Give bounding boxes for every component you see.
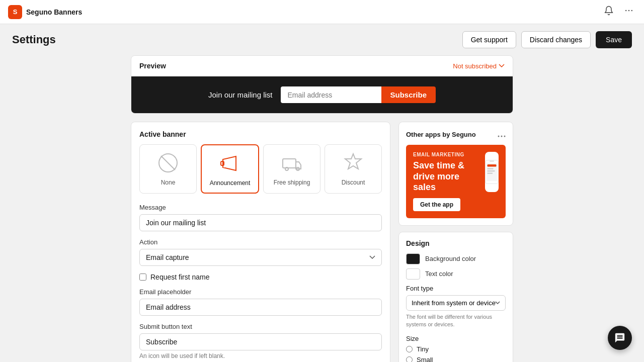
message-field-group: Message [139,204,382,231]
text-color-swatch[interactable] [406,268,420,280]
size-label: Size [406,335,506,342]
top-nav: S Seguno Banners [0,0,644,24]
banner-form: Subscribe [281,86,436,103]
promo-phone-image [485,152,499,192]
svg-rect-18 [487,168,493,169]
svg-point-8 [285,167,288,170]
main-content: Preview Not subscribed Join our mailing … [0,55,644,362]
svg-rect-19 [487,170,495,171]
banner-text: Join our mailing list [208,90,273,99]
design-title: Design [406,239,506,247]
get-support-button[interactable]: Get support [462,31,516,48]
svg-marker-10 [345,154,361,169]
promo-banner: EMAIL MARKETING Save time & drive more s… [406,145,506,218]
promo-text: EMAIL MARKETING Save time & drive more s… [413,152,481,211]
preview-card: Preview Not subscribed Join our mailing … [131,55,513,114]
none-icon [156,151,180,175]
header-actions: Get support Discard changes Save [462,31,632,48]
svg-rect-20 [487,173,493,174]
background-color-swatch[interactable] [406,253,420,264]
background-color-row: Background color [406,253,506,264]
discount-label: Discount [342,179,365,186]
promo-headline: Save time & drive more sales [413,160,481,193]
bell-icon[interactable] [602,4,616,20]
subscription-status-button[interactable]: Not subscribed [453,62,505,70]
free-shipping-label: Free shipping [274,179,310,186]
submit-btn-field-group: Submit button text An icon will be used … [139,323,382,359]
svg-point-2 [631,10,633,12]
svg-point-1 [628,10,630,12]
svg-point-11 [498,136,500,137]
right-panel: Other apps by Seguno EMAIL MARKETING Sav… [398,122,513,362]
svg-point-0 [625,10,627,12]
page-title: Settings [12,33,56,46]
promo-cta-button[interactable]: Get the app [413,198,460,211]
announcement-icon [218,151,242,175]
app-name: Seguno Banners [26,8,82,16]
banner-options: None Announcement [139,144,382,194]
size-small-radio[interactable] [406,356,413,362]
banner-option-announcement[interactable]: Announcement [201,144,259,194]
size-section: Size Tiny Small Medium [406,335,506,362]
other-apps-title: Other apps by Seguno [406,131,476,138]
banner-subscribe-button[interactable]: Subscribe [381,86,436,103]
topnav-actions [602,4,636,20]
more-options-icon[interactable] [622,4,636,20]
discard-changes-button[interactable]: Discard changes [521,31,591,48]
preview-label: Preview [139,62,166,70]
size-radio-group: Tiny Small Medium Large [406,345,506,362]
size-small-row: Small [406,356,506,362]
svg-marker-5 [223,156,236,170]
chat-bubble-button[interactable] [608,326,632,350]
action-select[interactable]: Email capture URL redirect None [139,249,382,266]
app-icon: S [8,5,22,19]
message-input[interactable] [139,214,382,231]
app-branding: S Seguno Banners [8,5,82,19]
svg-line-4 [161,156,175,170]
active-banner-title: Active banner [139,130,382,138]
font-hint: The font will be different for various s… [406,313,506,329]
preview-header: Preview Not subscribed [131,56,513,76]
font-type-label: Font type [406,285,506,292]
other-apps-card: Other apps by Seguno EMAIL MARKETING Sav… [398,122,513,226]
size-tiny-row: Tiny [406,345,506,353]
design-card: Design Background color Text color Font … [398,232,513,362]
text-color-row: Text color [406,268,506,280]
banner-email-input[interactable] [281,86,381,103]
size-tiny-radio[interactable] [406,346,413,352]
none-label: None [161,179,176,186]
action-label: Action [139,238,382,246]
svg-rect-16 [490,160,494,161]
request-first-name-row: Request first name [139,273,382,281]
request-first-name-checkbox[interactable] [139,274,146,281]
announcement-label: Announcement [210,179,251,187]
font-type-select[interactable]: Inherit from system or device Sans-serif… [406,295,506,311]
discount-icon [341,151,365,175]
banner-option-discount[interactable]: Discount [325,144,382,194]
save-button[interactable]: Save [596,31,632,48]
other-apps-more-button[interactable] [498,129,506,140]
svg-point-13 [504,136,506,137]
font-type-section: Font type Inherit from system or device … [406,285,506,329]
svg-rect-17 [487,164,496,167]
svg-point-12 [501,136,503,137]
action-field-group: Action Email capture URL redirect None [139,238,382,266]
other-apps-header: Other apps by Seguno [406,129,506,140]
email-placeholder-label: Email placeholder [139,288,382,296]
promo-content: EMAIL MARKETING Save time & drive more s… [413,152,499,211]
page-header: Settings Get support Discard changes Sav… [0,24,644,55]
text-color-label: Text color [425,270,453,278]
submit-btn-input[interactable] [139,333,382,350]
left-panel: Active banner None [131,122,390,362]
background-color-label: Background color [425,255,476,262]
message-label: Message [139,204,382,211]
request-first-name-label: Request first name [150,273,210,281]
email-placeholder-field-group: Email placeholder [139,288,382,316]
free-shipping-icon [280,151,304,175]
two-column-layout: Active banner None [131,122,513,362]
banner-option-none[interactable]: None [139,144,197,194]
email-placeholder-input[interactable] [139,299,382,316]
banner-option-free-shipping[interactable]: Free shipping [263,144,320,194]
submit-btn-label: Submit button text [139,323,382,330]
size-small-label: Small [417,356,433,362]
